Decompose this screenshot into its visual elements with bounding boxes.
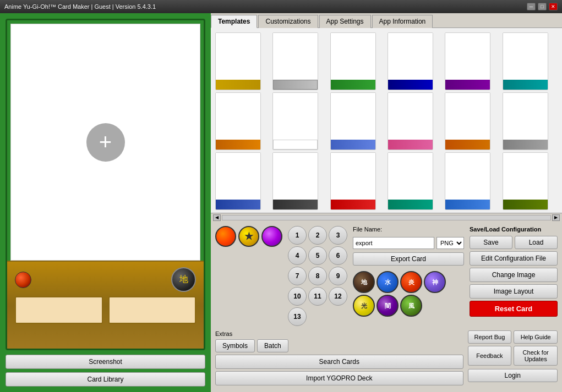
feedback-button[interactable]: Feedback: [468, 346, 512, 366]
save-load-title: Save/Load Configuration: [470, 226, 558, 233]
file-name-input[interactable]: [353, 237, 434, 249]
scroll-right-arrow[interactable]: ▶: [552, 214, 560, 221]
format-select[interactable]: PNG JPG BMP: [436, 237, 464, 249]
level-13-button[interactable]: 13: [288, 307, 307, 326]
attribute-orbs: ★: [215, 226, 282, 247]
templates-grid: [215, 32, 558, 210]
fire-symbol-button[interactable]: 炎: [400, 271, 422, 293]
template-card[interactable]: [503, 92, 548, 150]
file-export-section: File Name: PNG JPG BMP Export Card 地 水: [353, 226, 464, 317]
light-symbol-button[interactable]: 光: [353, 295, 375, 317]
image-layout-button[interactable]: Image Layout: [470, 284, 558, 299]
add-image-icon[interactable]: +: [86, 123, 125, 162]
extras-buttons-row: Symbols Batch: [215, 339, 463, 352]
template-card[interactable]: [330, 32, 376, 90]
card-text-boxes: [10, 296, 200, 328]
report-bug-button[interactable]: Report Bug: [468, 330, 512, 344]
template-card[interactable]: [503, 32, 548, 90]
level-4-button[interactable]: 4: [288, 246, 307, 265]
dark-symbol-button[interactable]: 闇: [377, 295, 399, 317]
save-button[interactable]: Save: [470, 236, 512, 249]
left-panel: + 地 Screenshot Card Library: [0, 13, 211, 392]
card-library-button[interactable]: Card Library: [6, 372, 205, 387]
template-card[interactable]: [272, 32, 318, 90]
level-10-button[interactable]: 10: [288, 287, 307, 306]
level-2-button[interactable]: 2: [308, 226, 327, 245]
login-button[interactable]: Login: [468, 369, 558, 382]
fire-orb[interactable]: [215, 226, 236, 247]
window-controls[interactable]: ─ □ ✕: [527, 3, 558, 10]
symbols-button[interactable]: Symbols: [215, 339, 255, 352]
earth-orb-small: [15, 272, 31, 288]
level-11-button[interactable]: 11: [308, 287, 327, 306]
template-card[interactable]: [272, 152, 318, 210]
load-button[interactable]: Load: [515, 236, 558, 249]
extras-label: Extras: [215, 330, 463, 337]
help-guide-button[interactable]: Help Guide: [514, 330, 558, 344]
template-card[interactable]: [388, 152, 433, 210]
main-container: + 地 Screenshot Card Library: [0, 13, 562, 392]
template-card[interactable]: [215, 152, 261, 210]
level-6-button[interactable]: 6: [329, 246, 347, 265]
scroll-left-arrow[interactable]: ◀: [213, 214, 221, 221]
level-3-button[interactable]: 3: [329, 226, 347, 245]
level-5-button[interactable]: 5: [308, 246, 327, 265]
card-bottom: 地: [7, 261, 204, 349]
template-card[interactable]: [503, 152, 548, 210]
card-preview: + 地: [6, 19, 205, 350]
check-updates-button[interactable]: Check for Updates: [514, 346, 558, 366]
feedback-row: Feedback Check for Updates: [468, 346, 558, 366]
title-bar: Anime Yu-Gi-Oh!™ Card Maker | Guest | Ve…: [0, 0, 562, 13]
template-card[interactable]: [388, 92, 433, 150]
level-12-button[interactable]: 12: [329, 287, 347, 306]
level-1-button[interactable]: 1: [288, 226, 307, 245]
divine-symbol-button[interactable]: 神: [424, 271, 446, 293]
scroll-track[interactable]: [222, 215, 551, 220]
change-image-button[interactable]: Change Image: [470, 268, 558, 282]
report-bug-row: Report Bug Help Guide: [468, 330, 558, 344]
card-text-box-2: [108, 296, 197, 324]
template-card[interactable]: [215, 92, 261, 150]
template-card[interactable]: [215, 32, 261, 90]
batch-button[interactable]: Batch: [257, 339, 288, 352]
bottom-buttons: Screenshot Card Library: [6, 355, 205, 387]
tab-customizations[interactable]: Customizations: [258, 15, 318, 28]
tab-app-information[interactable]: App Information: [372, 15, 433, 28]
template-card[interactable]: [330, 152, 376, 210]
template-card[interactable]: [272, 92, 318, 150]
card-bottom-top: 地: [10, 265, 200, 294]
card-image-area[interactable]: +: [10, 24, 200, 261]
template-card[interactable]: [388, 32, 433, 90]
minimize-button[interactable]: ─: [527, 3, 536, 10]
wind-symbol-button[interactable]: 風: [400, 295, 422, 317]
edit-config-button[interactable]: Edit Configuration File: [470, 251, 558, 266]
purple-orb[interactable]: [261, 226, 282, 247]
template-card[interactable]: [445, 32, 490, 90]
reset-card-button[interactable]: Reset Card: [470, 301, 558, 317]
water-symbol-button[interactable]: 水: [377, 271, 399, 293]
symbol-grid: 地 水 炎 神 光 闇 風: [353, 271, 464, 317]
level-8-button[interactable]: 8: [308, 267, 327, 285]
tab-app-settings[interactable]: App Settings: [319, 15, 371, 28]
template-card[interactable]: [445, 152, 490, 210]
export-card-button[interactable]: Export Card: [353, 252, 464, 266]
extras-section: Extras Symbols Batch Search Cards Import…: [215, 330, 463, 388]
tab-templates[interactable]: Templates: [211, 15, 257, 28]
star-orb[interactable]: ★: [238, 226, 259, 247]
template-card[interactable]: [330, 92, 376, 150]
level-7-button[interactable]: 7: [288, 267, 307, 285]
search-cards-button[interactable]: Search Cards: [215, 355, 463, 369]
level-9-button[interactable]: 9: [329, 267, 347, 285]
earth-symbol-button[interactable]: 地: [353, 271, 375, 293]
level-buttons: 1 2 3 4 5 6 7 8 9 10: [288, 226, 347, 326]
template-card[interactable]: [445, 92, 490, 150]
templates-area: [211, 28, 562, 213]
import-ygopro-button[interactable]: Import YGOPRO Deck: [215, 371, 463, 385]
maximize-button[interactable]: □: [538, 3, 547, 10]
scroll-bar[interactable]: ◀ ▶: [211, 213, 562, 222]
app-title: Anime Yu-Gi-Oh!™ Card Maker | Guest | Ve…: [4, 3, 156, 10]
close-button[interactable]: ✕: [549, 3, 558, 10]
level-row-1: 1 2 3: [288, 226, 347, 245]
card-text-box-1: [15, 296, 103, 324]
screenshot-button[interactable]: Screenshot: [6, 355, 205, 369]
